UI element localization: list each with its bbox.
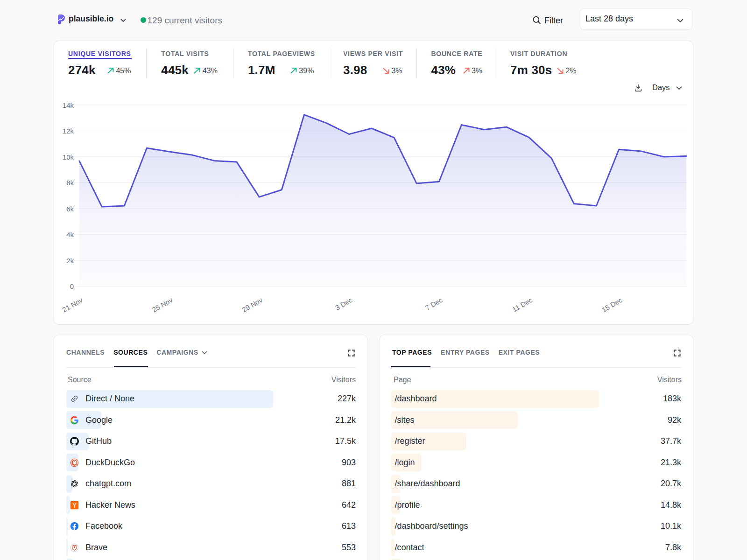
svg-text:25 Nov: 25 Nov <box>151 296 174 314</box>
svg-text:4k: 4k <box>66 231 74 238</box>
svg-text:7 Dec: 7 Dec <box>424 296 444 312</box>
svg-text:29 Nov: 29 Nov <box>240 296 264 314</box>
svg-text:15 Dec: 15 Dec <box>600 296 624 314</box>
svg-text:14k: 14k <box>63 101 74 109</box>
svg-text:21 Nov: 21 Nov <box>61 296 84 314</box>
svg-text:11 Dec: 11 Dec <box>511 296 534 314</box>
svg-text:3 Dec: 3 Dec <box>334 296 354 312</box>
svg-text:8k: 8k <box>66 179 74 187</box>
svg-text:12k: 12k <box>63 127 74 135</box>
svg-text:6k: 6k <box>66 205 74 213</box>
svg-text:0: 0 <box>70 282 74 290</box>
svg-text:2k: 2k <box>66 257 74 265</box>
svg-text:10k: 10k <box>63 153 74 161</box>
